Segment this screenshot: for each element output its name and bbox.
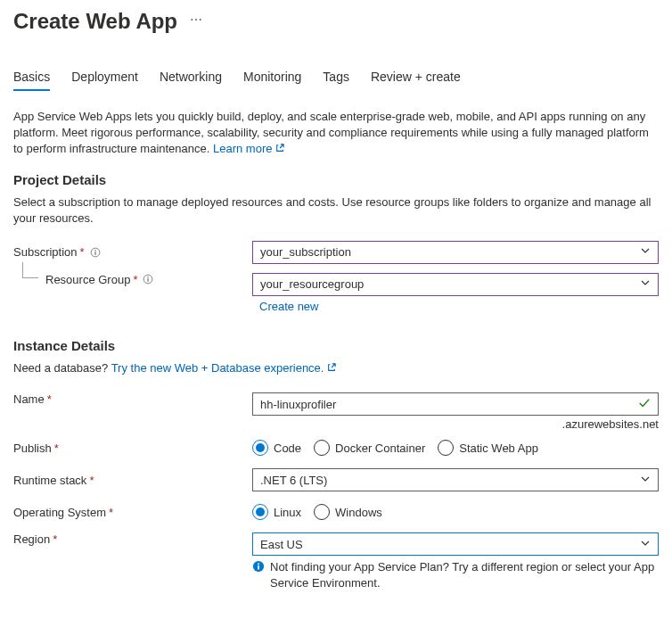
svg-rect-8	[258, 565, 259, 570]
intro-body: App Service Web Apps lets you quickly bu…	[13, 110, 649, 155]
name-label: Name*	[13, 392, 252, 406]
project-details-desc: Select a subscription to manage deployed…	[13, 194, 659, 227]
required-asterisk: *	[109, 506, 113, 519]
resource-group-value: your_resourcegroup	[260, 277, 364, 291]
publish-radio-docker[interactable]: Docker Container	[314, 440, 425, 456]
os-radio-linux[interactable]: Linux	[252, 504, 301, 520]
runtime-select[interactable]: .NET 6 (LTS)	[252, 468, 659, 491]
svg-point-7	[258, 563, 259, 565]
tab-deployment[interactable]: Deployment	[71, 70, 138, 91]
tab-bar: Basics Deployment Networking Monitoring …	[13, 70, 659, 91]
chevron-down-icon	[640, 277, 651, 291]
svg-point-1	[94, 250, 95, 251]
required-asterisk: *	[53, 532, 57, 546]
resource-group-select[interactable]: your_resourcegroup	[252, 273, 659, 296]
region-value: East US	[260, 538, 303, 551]
tree-line	[22, 262, 38, 278]
database-prompt: Need a database? Try the new Web + Datab…	[13, 360, 659, 376]
learn-more-link[interactable]: Learn more	[213, 142, 284, 155]
chevron-down-icon	[640, 474, 651, 487]
subscription-select[interactable]: your_subscription	[252, 241, 659, 264]
tab-monitoring[interactable]: Monitoring	[243, 70, 301, 91]
region-label: Region*	[13, 532, 252, 546]
os-label: Operating System*	[13, 506, 252, 519]
tab-tags[interactable]: Tags	[323, 70, 349, 91]
web-database-link[interactable]: Try the new Web + Database experience.	[111, 361, 337, 375]
info-filled-icon	[252, 560, 265, 577]
resource-group-label: Resource Group*	[13, 273, 252, 286]
region-hint: Not finding your App Service Plan? Try a…	[252, 559, 659, 591]
more-actions-button[interactable]: ⋯	[190, 12, 203, 27]
page-title: Create Web App	[13, 9, 177, 34]
project-details-heading: Project Details	[13, 172, 659, 187]
create-new-link[interactable]: Create new	[252, 300, 659, 313]
radio-label: Linux	[274, 506, 301, 519]
runtime-value: .NET 6 (LTS)	[260, 474, 327, 487]
required-asterisk: *	[47, 392, 52, 406]
external-link-icon	[275, 141, 284, 157]
publish-radio-code[interactable]: Code	[252, 440, 301, 456]
publish-radio-static[interactable]: Static Web App	[438, 440, 538, 456]
radio-label: Code	[274, 442, 301, 455]
radio-label: Windows	[335, 506, 382, 519]
required-asterisk: *	[89, 474, 94, 487]
chevron-down-icon	[640, 245, 651, 259]
required-asterisk: *	[54, 442, 59, 455]
info-icon[interactable]	[143, 274, 153, 285]
subscription-value: your_subscription	[260, 245, 351, 259]
region-hint-text: Not finding your App Service Plan? Try a…	[270, 559, 659, 591]
svg-rect-2	[94, 252, 95, 255]
info-icon[interactable]	[90, 247, 101, 258]
tab-networking[interactable]: Networking	[160, 70, 222, 91]
runtime-label: Runtime stack*	[13, 474, 252, 487]
tab-basics[interactable]: Basics	[13, 70, 50, 91]
svg-point-4	[148, 277, 149, 278]
name-input[interactable]: hh-linuxprofiler	[252, 392, 659, 416]
os-radio-windows[interactable]: Windows	[314, 504, 382, 520]
radio-label: Docker Container	[335, 442, 425, 455]
instance-details-heading: Instance Details	[13, 338, 659, 353]
region-select[interactable]: East US	[252, 532, 659, 556]
name-suffix: .azurewebsites.net	[252, 417, 659, 431]
required-asterisk: *	[80, 245, 85, 259]
required-asterisk: *	[133, 273, 137, 286]
external-link-icon	[327, 360, 336, 376]
subscription-label: Subscription*	[13, 245, 252, 259]
tab-review-create[interactable]: Review + create	[371, 70, 461, 91]
svg-rect-5	[148, 279, 149, 283]
check-icon	[638, 397, 651, 412]
radio-label: Static Web App	[459, 442, 538, 455]
intro-text: App Service Web Apps lets you quickly bu…	[13, 109, 659, 158]
chevron-down-icon	[640, 538, 651, 551]
name-value: hh-linuxprofiler	[260, 398, 336, 411]
publish-label: Publish*	[13, 442, 252, 455]
